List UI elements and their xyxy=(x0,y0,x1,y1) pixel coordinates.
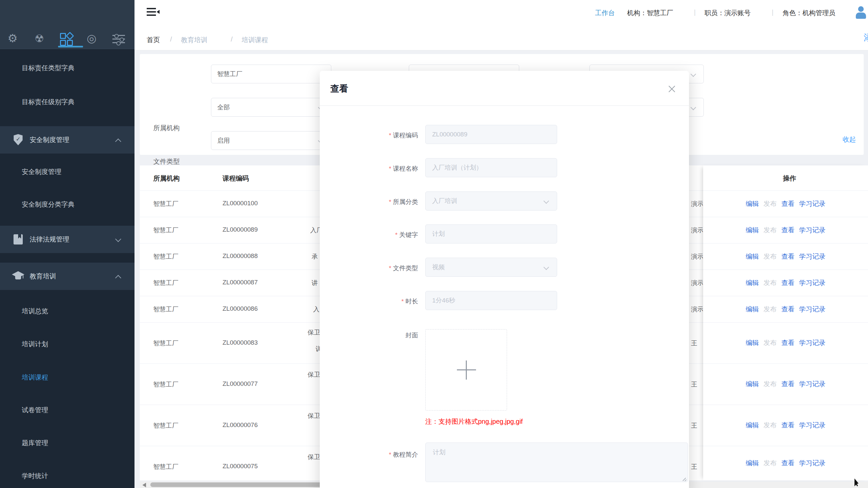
sidebar-item-safety-system-category-dict[interactable]: 安全制度分类字典 xyxy=(0,194,134,214)
view-link[interactable]: 查看 xyxy=(781,338,795,347)
sidebar-group-safety-system[interactable]: ✓ 安全制度管理 xyxy=(0,126,134,154)
publish-link: 发布 xyxy=(764,199,777,208)
close-icon[interactable] xyxy=(666,84,678,95)
filter-file-type-select[interactable]: 全部 xyxy=(211,98,331,117)
records-link[interactable]: 学习记录 xyxy=(799,421,826,430)
active-tab-underline xyxy=(58,46,83,47)
edit-link[interactable]: 编辑 xyxy=(746,305,759,314)
edit-link[interactable]: 编辑 xyxy=(746,459,759,467)
settings-icon[interactable]: ⚙ xyxy=(8,32,18,45)
field-input-duration[interactable]: 1分46秒 xyxy=(425,291,557,310)
field-label-file-type: *文件类型 xyxy=(320,264,418,272)
divider: | xyxy=(694,8,695,16)
records-link[interactable]: 学习记录 xyxy=(799,226,826,235)
cell-name-frag: 保卫 xyxy=(308,328,320,337)
cell-org: 智慧工厂 xyxy=(153,279,178,287)
sidebar-item-label: 目标责任类型字典 xyxy=(22,64,74,72)
cell-creator-frag: 演示 xyxy=(691,305,703,314)
sidebar-item-question-bank-mgmt[interactable]: 题库管理 xyxy=(0,433,134,453)
apps-grid-icon[interactable] xyxy=(60,33,72,45)
edit-link[interactable]: 编辑 xyxy=(746,279,759,287)
avatar[interactable] xyxy=(854,5,868,20)
publish-link: 发布 xyxy=(764,226,777,235)
field-input-keyword[interactable]: 计划 xyxy=(425,224,557,243)
cell-code: ZL00000087 xyxy=(222,279,258,286)
records-link[interactable]: 学习记录 xyxy=(799,199,826,208)
collapse-filters-link[interactable]: 收起 xyxy=(843,135,856,144)
records-link[interactable]: 学习记录 xyxy=(799,380,826,389)
publish-link: 发布 xyxy=(764,459,777,467)
view-link[interactable]: 查看 xyxy=(781,252,795,261)
breadcrumb-home[interactable]: 首页 xyxy=(147,36,160,44)
cell-creator-frag: 演示 xyxy=(691,252,703,261)
cover-upload-box[interactable] xyxy=(425,329,507,411)
cell-creator-frag: 王 xyxy=(691,421,703,430)
sidebar-icon-strip: ⚙ ☢ ◎ xyxy=(0,0,134,49)
sidebar-item-study-hours-stats[interactable]: 学时统计 xyxy=(0,466,134,486)
field-value-name: 入厂培训（计划） xyxy=(432,163,482,172)
sidebar-item-target-type-dict[interactable]: 目标责任类型字典 xyxy=(0,58,134,78)
publish-link: 发布 xyxy=(764,421,777,430)
view-link[interactable]: 查看 xyxy=(781,305,795,314)
hazard-icon[interactable]: ☢ xyxy=(35,32,44,45)
staff-info: 职员：演示账号 xyxy=(705,8,751,18)
view-link[interactable]: 查看 xyxy=(781,380,795,389)
filter-org-input[interactable]: 智慧工厂 xyxy=(211,65,331,84)
sidebar-item-exam-paper-mgmt[interactable]: 试卷管理 xyxy=(0,400,134,420)
row-actions: 编辑 发布 查看 学习记录 xyxy=(703,322,868,363)
edit-link[interactable]: 编辑 xyxy=(746,421,759,430)
field-select-file-type[interactable]: 视频 xyxy=(425,258,557,277)
cell-creator-frag: 演示 xyxy=(691,226,703,235)
sidebar-item-training-overview[interactable]: 培训总览 xyxy=(0,301,134,321)
sidebar-item-safety-system-mgmt[interactable]: 安全制度管理 xyxy=(0,162,134,182)
cell-code: ZL00000075 xyxy=(222,463,258,470)
view-link[interactable]: 查看 xyxy=(781,226,795,235)
field-value-duration: 1分46秒 xyxy=(432,296,455,305)
field-input-code[interactable]: ZL00000089 xyxy=(425,125,557,144)
view-link[interactable]: 查看 xyxy=(781,199,795,208)
row-actions: 编辑 发布 查看 学习记录 xyxy=(703,243,868,269)
field-select-category[interactable]: 入厂培训 xyxy=(425,191,557,210)
breadcrumb-bar: 首页 / 教育培训 / 培训课程 添 xyxy=(134,29,868,51)
field-textarea-intro[interactable]: 计划 xyxy=(425,443,688,482)
field-input-name[interactable]: 入厂培训（计划） xyxy=(425,158,557,177)
view-link[interactable]: 查看 xyxy=(781,279,795,287)
sliders-icon[interactable] xyxy=(113,34,125,43)
target-icon[interactable]: ◎ xyxy=(87,32,97,45)
field-label-name: *课程名称 xyxy=(320,164,418,173)
records-link[interactable]: 学习记录 xyxy=(799,252,826,261)
view-link[interactable]: 查看 xyxy=(781,421,795,430)
clipped-action-text[interactable]: 添 xyxy=(864,32,868,46)
sidebar-group-laws[interactable]: 法律法规管理 xyxy=(0,226,134,253)
records-link[interactable]: 学习记录 xyxy=(799,338,826,347)
edit-link[interactable]: 编辑 xyxy=(746,338,759,347)
edit-link[interactable]: 编辑 xyxy=(746,199,759,208)
edit-link[interactable]: 编辑 xyxy=(746,226,759,235)
breadcrumb-education[interactable]: 教育培训 xyxy=(181,36,207,44)
sidebar-group-label: 法律法规管理 xyxy=(30,235,69,244)
row-actions: 编辑 发布 查看 学习记录 xyxy=(703,191,868,217)
records-link[interactable]: 学习记录 xyxy=(799,459,826,467)
sidebar-item-target-level-dict[interactable]: 目标责任级别字典 xyxy=(0,92,134,112)
sidebar-item-label: 培训计划 xyxy=(22,340,48,349)
graduation-cap-icon xyxy=(12,271,24,282)
filter-status-select[interactable]: 启用 xyxy=(211,131,331,150)
cell-creator-frag: 王 xyxy=(691,463,703,471)
workbench-link[interactable]: 工作台 xyxy=(595,8,615,18)
sidebar-group-education[interactable]: 教育培训 xyxy=(0,263,134,290)
sidebar-item-training-course-active[interactable]: 培训课程 xyxy=(0,367,134,387)
edit-link[interactable]: 编辑 xyxy=(746,252,759,261)
records-link[interactable]: 学习记录 xyxy=(799,305,826,314)
cell-org: 智慧工厂 xyxy=(153,421,178,430)
edit-link[interactable]: 编辑 xyxy=(746,380,759,389)
scrollbar-left-arrow[interactable] xyxy=(143,483,146,487)
filter-status-value: 启用 xyxy=(217,136,230,145)
cell-name-frag: 讲 xyxy=(312,279,318,287)
records-link[interactable]: 学习记录 xyxy=(799,279,826,287)
row-actions: 编辑 发布 查看 学习记录 xyxy=(703,269,868,296)
sidebar-item-training-plan[interactable]: 培训计划 xyxy=(0,334,134,354)
sidebar-collapse-icon[interactable] xyxy=(147,7,159,17)
view-link[interactable]: 查看 xyxy=(781,459,795,467)
chevron-up-icon xyxy=(115,275,121,281)
row-actions: 编辑 发布 查看 学习记录 xyxy=(703,363,868,404)
